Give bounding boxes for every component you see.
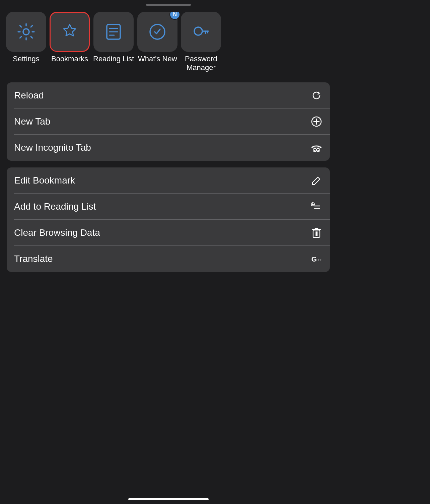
translate-menu-item[interactable]: Translate G ↔ [7,246,330,272]
reading-list-icon [103,22,124,42]
add-reading-list-label: Add to Reading List [14,201,96,212]
password-manager-icon-box[interactable] [181,12,221,52]
new-tab-icon [310,116,322,128]
trash-icon [310,227,322,239]
whats-new-badge: N [169,12,180,20]
svg-point-6 [194,27,202,35]
add-to-reading-list-menu-item[interactable]: Add to Reading List [7,194,330,220]
bookmarks-icon-item[interactable]: Bookmarks [50,12,90,63]
bookmarks-label: Bookmarks [51,55,88,63]
new-incognito-tab-menu-item[interactable]: New Incognito Tab [7,135,330,161]
settings-icon [16,22,36,42]
settings-icon-item[interactable]: Settings [6,12,46,63]
whats-new-icon-item[interactable]: N What's New [137,12,177,63]
whats-new-label: What's New [138,55,177,63]
settings-icon-box[interactable] [6,12,46,52]
pencil-icon [310,174,322,187]
clear-browsing-data-menu-item[interactable]: Clear Browsing Data [7,220,330,246]
password-manager-label: PasswordManager [185,55,217,72]
whats-new-icon-box[interactable]: N [137,12,177,52]
password-manager-icon [191,22,211,42]
incognito-icon [310,142,322,154]
reload-menu-item[interactable]: Reload [7,82,330,109]
menu-section-2: Edit Bookmark Add to Reading List Clear … [7,167,330,272]
new-tab-label: New Tab [14,116,50,127]
translate-icon: G ↔ [310,253,322,265]
reload-icon [310,89,322,101]
settings-label: Settings [13,55,40,63]
menu-section-1: Reload New Tab New Incognito Tab [7,82,330,161]
bookmarks-icon-box[interactable] [50,12,90,52]
svg-point-13 [317,150,319,151]
reload-label: Reload [14,90,44,101]
drag-handle [146,4,191,6]
svg-point-0 [23,29,29,35]
new-tab-menu-item[interactable]: New Tab [7,109,330,135]
edit-bookmark-menu-item[interactable]: Edit Bookmark [7,167,330,194]
svg-text:↔: ↔ [317,256,322,263]
reading-list-icon-item[interactable]: Reading List [93,12,134,63]
edit-bookmark-label: Edit Bookmark [14,175,75,186]
password-manager-icon-item[interactable]: PasswordManager [181,12,221,72]
icons-row: Settings Bookmarks Reading List N [0,12,337,72]
svg-point-12 [314,150,315,151]
new-incognito-tab-label: New Incognito Tab [14,142,91,153]
clear-browsing-data-label: Clear Browsing Data [14,227,100,238]
translate-label: Translate [14,254,53,264]
add-reading-list-icon [310,201,322,213]
bottom-indicator [128,498,209,500]
svg-text:G: G [311,255,317,263]
reading-list-label: Reading List [93,55,134,63]
reading-list-icon-box[interactable] [93,12,134,52]
whats-new-icon [147,22,167,42]
bookmarks-star-icon [60,22,80,42]
